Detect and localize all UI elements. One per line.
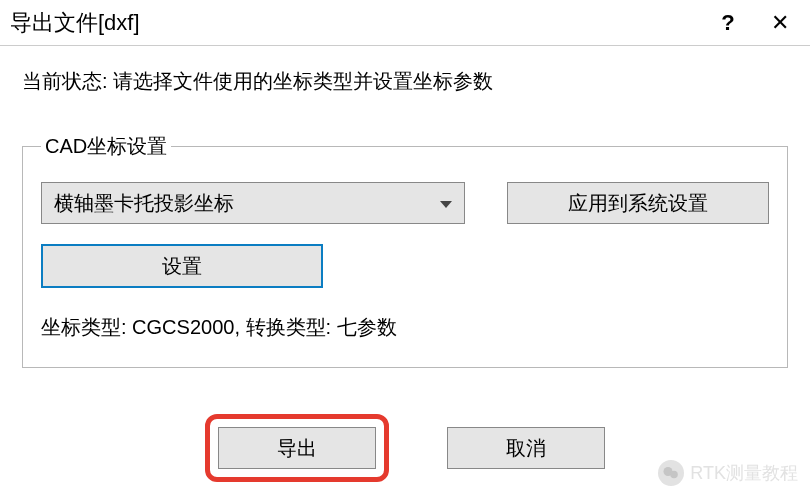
chevron-down-icon [440, 201, 452, 208]
fieldset-legend: CAD坐标设置 [41, 133, 171, 160]
cancel-wrap: 取消 [447, 414, 605, 482]
cancel-label: 取消 [506, 435, 546, 462]
status-text: 请选择文件使用的坐标类型并设置坐标参数 [113, 70, 493, 92]
watermark-text: RTK测量教程 [690, 461, 798, 485]
svg-point-1 [671, 471, 679, 479]
status-label: 当前状态: [22, 70, 108, 92]
coord-row: 横轴墨卡托投影坐标 应用到系统设置 [41, 182, 769, 224]
apply-label: 应用到系统设置 [568, 190, 708, 217]
export-button[interactable]: 导出 [218, 427, 376, 469]
export-highlight: 导出 [205, 414, 389, 482]
cancel-button[interactable]: 取消 [447, 427, 605, 469]
titlebar: 导出文件[dxf] ? ✕ [0, 0, 810, 46]
close-button[interactable]: ✕ [754, 10, 806, 36]
export-label: 导出 [277, 435, 317, 462]
projection-dropdown[interactable]: 横轴墨卡托投影坐标 [41, 182, 465, 224]
apply-to-system-button[interactable]: 应用到系统设置 [507, 182, 769, 224]
dialog-content: 当前状态: 请选择文件使用的坐标类型并设置坐标参数 CAD坐标设置 横轴墨卡托投… [0, 46, 810, 368]
settings-button[interactable]: 设置 [41, 244, 323, 288]
watermark: RTK测量教程 [658, 460, 798, 486]
wechat-icon [658, 460, 684, 486]
window-title: 导出文件[dxf] [10, 8, 702, 38]
help-button[interactable]: ? [702, 10, 754, 36]
status-line: 当前状态: 请选择文件使用的坐标类型并设置坐标参数 [22, 68, 788, 95]
projection-selected-value: 横轴墨卡托投影坐标 [54, 190, 234, 217]
cad-coord-fieldset: CAD坐标设置 横轴墨卡托投影坐标 应用到系统设置 设置 坐标类型: CGCS2… [22, 133, 788, 368]
coord-info-line: 坐标类型: CGCS2000, 转换类型: 七参数 [41, 314, 769, 341]
settings-label: 设置 [162, 253, 202, 280]
